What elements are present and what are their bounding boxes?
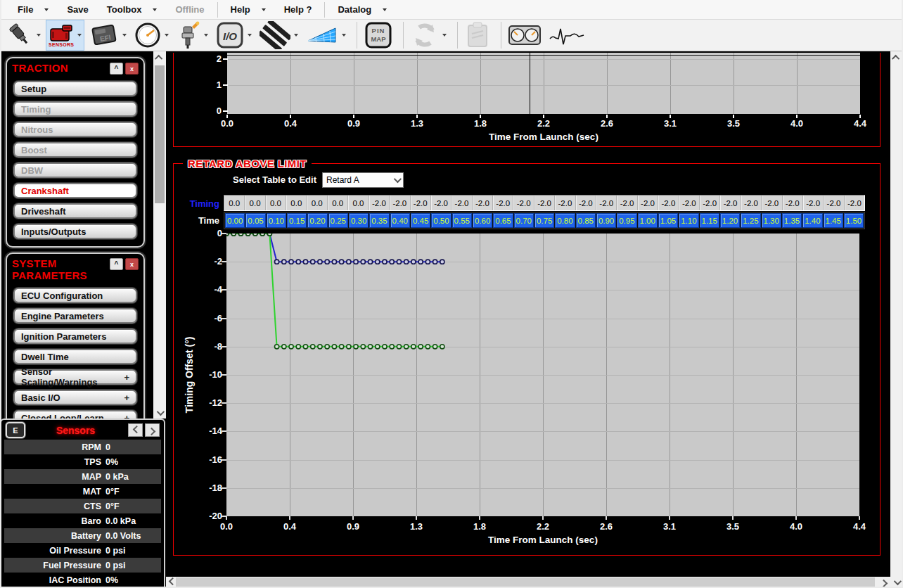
- data-point[interactable]: [383, 260, 387, 264]
- time-cell[interactable]: 1.35: [782, 213, 802, 228]
- time-cell[interactable]: 0.90: [596, 213, 616, 228]
- sensors-ecu-icon[interactable]: [49, 24, 73, 42]
- data-point[interactable]: [311, 260, 315, 264]
- timing-cell[interactable]: 0.0: [307, 196, 328, 210]
- clipboard-icon[interactable]: [465, 21, 490, 49]
- data-point[interactable]: [303, 260, 307, 264]
- retard-chart-plot[interactable]: [226, 234, 859, 516]
- collapse-button[interactable]: ^: [110, 258, 123, 270]
- timing-cell[interactable]: -2.0: [534, 196, 555, 210]
- data-point[interactable]: [311, 345, 315, 349]
- menu-file[interactable]: File: [8, 0, 58, 19]
- data-point[interactable]: [274, 260, 278, 264]
- data-point[interactable]: [318, 260, 322, 264]
- timing-cell[interactable]: -2.0: [638, 196, 658, 210]
- data-point[interactable]: [411, 260, 416, 264]
- time-cell[interactable]: 0.85: [576, 213, 596, 228]
- blue-cone-icon[interactable]: [306, 23, 338, 48]
- data-point[interactable]: [433, 260, 437, 264]
- data-point[interactable]: [425, 345, 430, 349]
- time-cell[interactable]: 0.45: [411, 213, 430, 228]
- timing-cell[interactable]: 0.0: [224, 196, 245, 210]
- time-cell[interactable]: 1.20: [720, 213, 740, 228]
- time-cell[interactable]: 0.75: [534, 213, 554, 228]
- time-cell[interactable]: 0.35: [369, 213, 389, 228]
- traction-button-crankshaft[interactable]: Crankshaft: [13, 183, 137, 198]
- data-point[interactable]: [411, 345, 416, 349]
- time-cell[interactable]: 0.55: [452, 213, 472, 228]
- data-point[interactable]: [418, 260, 423, 264]
- time-cell[interactable]: 0.20: [307, 213, 327, 228]
- menu-toolbox[interactable]: Toolbox: [98, 0, 167, 19]
- table-select-dropdown[interactable]: Retard A: [322, 172, 404, 188]
- data-point[interactable]: [260, 234, 264, 236]
- timing-cell[interactable]: -2.0: [658, 196, 679, 210]
- system-button-dwell-time[interactable]: Dwell Time: [13, 349, 137, 364]
- timing-cell[interactable]: -2.0: [741, 196, 762, 210]
- data-point[interactable]: [296, 260, 300, 264]
- data-point[interactable]: [354, 345, 358, 349]
- timing-cell[interactable]: -2.0: [596, 196, 617, 210]
- timing-cell[interactable]: -2.0: [576, 196, 596, 210]
- system-button-basic-i-o[interactable]: Basic I/O+: [13, 390, 137, 405]
- data-point[interactable]: [425, 260, 430, 264]
- horizontal-scrollbar[interactable]: [166, 577, 890, 588]
- traction-button-inputs-outputs[interactable]: Inputs/Outputs: [13, 224, 137, 239]
- data-point[interactable]: [433, 345, 437, 349]
- timing-cell[interactable]: 0.0: [348, 196, 369, 210]
- timing-cell[interactable]: -2.0: [824, 196, 844, 210]
- data-point[interactable]: [390, 260, 394, 264]
- io-icon[interactable]: I/O: [216, 21, 244, 49]
- dropdown-arrow-icon[interactable]: [37, 34, 41, 37]
- timing-cell[interactable]: 0.0: [266, 196, 286, 210]
- time-cell[interactable]: 1.05: [658, 213, 678, 228]
- scroll-down-button[interactable]: [153, 407, 166, 418]
- data-point[interactable]: [226, 234, 229, 236]
- data-point[interactable]: [368, 260, 372, 264]
- data-point[interactable]: [361, 345, 365, 349]
- timing-cell[interactable]: 0.0: [328, 196, 348, 210]
- stripes-icon[interactable]: [260, 21, 290, 49]
- data-point[interactable]: [282, 345, 286, 349]
- timing-cell[interactable]: -2.0: [803, 196, 824, 210]
- data-point[interactable]: [340, 260, 344, 264]
- dropdown-arrow-icon[interactable]: [342, 34, 346, 37]
- time-cell[interactable]: 0.70: [514, 213, 534, 228]
- scroll-up-button[interactable]: [153, 51, 166, 63]
- time-cell[interactable]: 1.15: [700, 213, 719, 228]
- time-cell[interactable]: 1.25: [741, 213, 760, 228]
- dropdown-arrow-icon[interactable]: [122, 34, 127, 37]
- sync-arrows-icon[interactable]: [411, 21, 439, 49]
- sensors-prev-button[interactable]: [128, 423, 143, 437]
- scroll-right-button[interactable]: [879, 577, 890, 588]
- dropdown-arrow-icon[interactable]: [165, 34, 169, 37]
- dropdown-arrow-icon[interactable]: [248, 34, 252, 37]
- data-point[interactable]: [404, 345, 409, 349]
- data-point[interactable]: [325, 260, 329, 264]
- data-point[interactable]: [397, 260, 401, 264]
- timing-cell[interactable]: -2.0: [369, 196, 390, 210]
- dropdown-arrow-icon[interactable]: [204, 34, 208, 37]
- time-cell[interactable]: 0.95: [617, 213, 636, 228]
- system-button-ignition-parameters[interactable]: Ignition Parameters: [13, 328, 137, 344]
- menu-help[interactable]: Help ?: [275, 0, 321, 19]
- spark-plug-icon[interactable]: [177, 21, 200, 49]
- system-button-engine-parameters[interactable]: Engine Parameters: [13, 308, 137, 324]
- time-cell[interactable]: 1.45: [824, 213, 843, 228]
- data-point[interactable]: [404, 260, 409, 264]
- system-button-sensor-scaling-warnings[interactable]: Sensor Scaling/Warnings+: [13, 369, 137, 385]
- time-cell[interactable]: 1.10: [679, 213, 698, 228]
- system-button-ecu-configuration[interactable]: ECU Configuration: [13, 288, 137, 303]
- timing-cell[interactable]: -2.0: [411, 196, 431, 210]
- data-point[interactable]: [390, 345, 394, 349]
- data-point[interactable]: [440, 345, 444, 349]
- data-point[interactable]: [347, 345, 351, 349]
- timing-cell[interactable]: -2.0: [783, 196, 803, 210]
- dropdown-arrow-icon[interactable]: [77, 34, 82, 37]
- upper-chart-plot[interactable]: [227, 53, 860, 114]
- timing-cell[interactable]: -2.0: [390, 196, 410, 210]
- data-point[interactable]: [267, 234, 271, 236]
- data-point[interactable]: [354, 260, 358, 264]
- gauge-icon[interactable]: [134, 22, 161, 49]
- data-point[interactable]: [397, 345, 401, 349]
